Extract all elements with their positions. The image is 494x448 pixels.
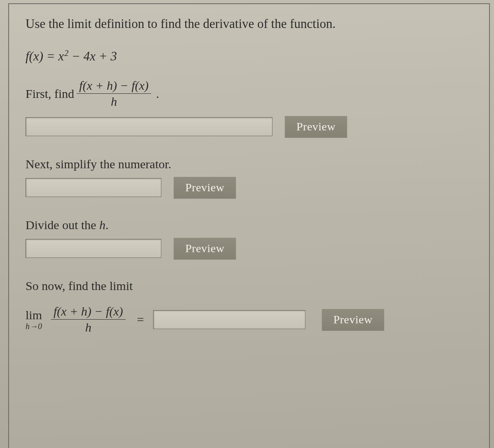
step1-preview-button[interactable]: Preview bbox=[285, 116, 347, 137]
step2-label: Next, simplify the numerator. bbox=[26, 157, 473, 171]
step1-input-row: Preview bbox=[26, 116, 473, 137]
fx-lhs: f(x) = bbox=[26, 49, 58, 63]
fx-exponent: 2 bbox=[64, 49, 68, 58]
limit-operator: lim h→0 bbox=[26, 309, 42, 330]
step2-input[interactable] bbox=[26, 178, 161, 197]
step4-label: So now, find the limit bbox=[26, 279, 473, 293]
step2-input-row: Preview bbox=[26, 177, 473, 198]
step3-label: Divide out the h. bbox=[26, 218, 473, 232]
lim-word: lim bbox=[26, 309, 42, 321]
fx-x: x bbox=[58, 49, 64, 63]
step3-preview-button[interactable]: Preview bbox=[174, 238, 236, 259]
limit-diffq-num: f(x + h) − f(x) bbox=[51, 304, 126, 320]
step3-pre: Divide out the bbox=[26, 218, 99, 232]
step2-preview-button[interactable]: Preview bbox=[174, 177, 236, 198]
step4-limit-row: lim h→0 f(x + h) − f(x) h = Preview bbox=[26, 304, 473, 334]
step4-preview-button[interactable]: Preview bbox=[322, 309, 384, 330]
diffq-denominator: h bbox=[111, 94, 117, 109]
diffq-numerator: f(x + h) − f(x) bbox=[77, 79, 151, 94]
step3-post: . bbox=[105, 218, 109, 232]
step1-prefix: First, find bbox=[26, 87, 74, 101]
question-panel: Use the limit definition to find the der… bbox=[8, 3, 490, 448]
fx-rest: − 4x + 3 bbox=[68, 49, 117, 63]
function-definition: f(x) = x2 − 4x + 3 bbox=[26, 49, 473, 64]
step1-period: . bbox=[156, 87, 159, 101]
step4-input[interactable] bbox=[153, 310, 305, 329]
step3-input-row: Preview bbox=[26, 238, 473, 259]
limit-diffq: f(x + h) − f(x) h bbox=[51, 304, 126, 334]
difference-quotient: f(x + h) − f(x) h bbox=[77, 79, 151, 109]
equals-sign: = bbox=[137, 313, 144, 327]
step3-input[interactable] bbox=[26, 239, 161, 258]
step1-input[interactable] bbox=[26, 117, 273, 136]
limit-diffq-den: h bbox=[85, 320, 91, 334]
step1-prompt: First, find f(x + h) − f(x) h . bbox=[26, 79, 473, 109]
question-prompt: Use the limit definition to find the der… bbox=[26, 16, 473, 31]
lim-sub: h→0 bbox=[26, 321, 42, 330]
step3-h: h bbox=[99, 218, 105, 232]
